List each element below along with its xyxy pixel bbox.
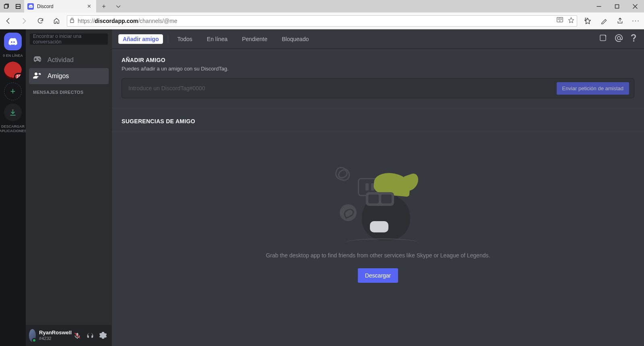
settings-button[interactable] [97,330,109,341]
new-tab-button[interactable]: + [97,0,111,12]
mute-button[interactable] [72,330,83,341]
back-button[interactable] [0,17,16,25]
tab-actions-icon-1[interactable] [0,0,12,12]
dm-search-placeholder: Encontrar o iniciar una conversación [33,33,105,45]
tab-add-friend[interactable]: Añadir amigo [118,34,163,44]
tab-online[interactable]: En línea [203,34,231,44]
wumpus-illustration [334,166,422,242]
notes-button[interactable] [596,17,612,24]
tab-overflow-button[interactable] [111,0,126,12]
online-count: 0 EN LÍNEA [3,54,23,58]
home-button[interactable] [48,17,64,24]
svg-rect-2 [615,4,619,8]
sidebar-item-label: Actividad [47,56,74,64]
tab-actions-icon-2[interactable] [12,0,24,12]
more-button[interactable]: ··· [628,17,644,25]
main-content: Añadir amigo Todos En línea Pendiente Bl… [112,29,644,346]
sidebar-item-friends[interactable]: Amigos [29,68,109,84]
forward-button[interactable] [16,17,32,25]
window-minimize-button[interactable] [590,0,608,12]
deafen-button[interactable] [85,330,96,341]
svg-rect-0 [4,4,8,8]
svg-rect-5 [600,35,606,41]
download-apps-button[interactable] [4,104,22,121]
reading-view-icon[interactable] [557,17,563,25]
empty-state-text: Grab the desktop app to find friends fro… [266,252,490,259]
url-text: https://discordapp.com/channels/@me [78,18,178,24]
add-friend-subtitle: Puedes añadir a un amigo con su DiscordT… [122,66,634,72]
mentions-icon[interactable] [615,34,623,44]
send-friend-request-button[interactable]: Enviar petición de amistad [557,82,629,95]
user-panel: RyanRoswell #4232 [26,325,112,346]
user-info[interactable]: RyanRoswell #4232 [39,330,72,341]
tab-pending[interactable]: Pendiente [238,34,271,44]
suggestions-title: SUGERENCIAS DE AMIGO [122,118,634,124]
tab-blocked[interactable]: Bloqueado [278,34,313,44]
dm-search[interactable]: Encontrar o iniciar una conversación [30,33,108,45]
add-friend-input-row: Enviar petición de amistad [122,78,634,98]
download-button[interactable]: Descargar [358,268,398,283]
lock-icon [70,17,74,24]
dm-panel: Encontrar o iniciar una conversación Act… [26,29,112,346]
server-icon[interactable]: 16 [4,62,22,79]
friends-tabs: Añadir amigo Todos En línea Pendiente Bl… [112,29,644,49]
window-maximize-button[interactable] [608,0,626,12]
add-server-button[interactable]: + [4,83,22,100]
address-bar[interactable]: https://discordapp.com/channels/@me [67,15,577,27]
divider [112,108,644,108]
refresh-button[interactable] [32,17,48,24]
new-dm-icon[interactable] [599,34,607,44]
notification-badge: 16 [14,73,22,79]
divider [112,132,644,132]
discord-tag-input[interactable] [128,85,557,91]
window-close-button[interactable] [626,0,644,12]
tab-all[interactable]: Todos [173,34,196,44]
friends-icon [33,72,42,80]
sidebar-item-activity[interactable]: Actividad [29,52,109,68]
user-tag: #4232 [39,336,72,341]
dm-section-header: MENSAJES DIRECTOS [33,90,109,95]
guilds-column: 0 EN LÍNEA 16 + DESCARGAR APLICACIONES [0,29,26,346]
add-friend-title: AÑADIR AMIGO [122,57,634,63]
empty-state: Grab the desktop app to find friends fro… [122,142,634,283]
tab-title: Discord [37,4,85,9]
favorite-icon[interactable] [568,17,574,25]
controller-icon [33,56,42,64]
close-tab-icon[interactable]: ✕ [85,2,93,10]
svg-rect-3 [70,20,74,23]
help-icon[interactable] [630,34,638,44]
home-button-discord[interactable] [4,33,22,50]
status-indicator-icon [32,338,37,343]
download-apps-label: DESCARGAR APLICACIONES [0,124,27,133]
sidebar-item-label: Amigos [47,73,69,80]
user-name: RyanRoswell [39,330,72,336]
browser-tab[interactable]: Discord ✕ [24,0,97,12]
svg-point-6 [617,37,621,40]
user-avatar[interactable] [29,329,36,342]
discord-favicon [27,3,34,10]
share-button[interactable] [612,17,628,24]
favorites-menu-button[interactable] [580,17,596,25]
tab-divider [168,35,168,43]
